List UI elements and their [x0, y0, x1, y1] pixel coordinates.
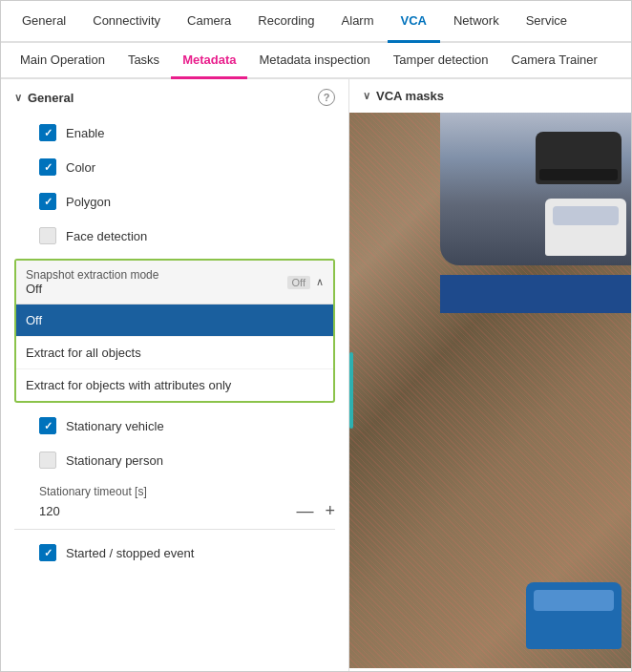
off-badge: Off [287, 276, 310, 289]
left-edge-indicator [349, 352, 353, 429]
started-stopped-checkbox[interactable] [39, 544, 56, 561]
subnav-camera-trainer[interactable]: Camera Trainer [500, 43, 609, 79]
stationary-vehicle-row[interactable]: Stationary vehicle [1, 409, 348, 443]
stationary-timeout-row: Stationary timeout [s] 120 — + [1, 477, 348, 523]
blue-car [526, 582, 621, 649]
nav-general[interactable]: General [9, 1, 79, 43]
nav-connectivity[interactable]: Connectivity [79, 1, 174, 43]
timeout-label: Stationary timeout [s] [39, 485, 335, 498]
dropdown-header-right: Off ∧ [287, 276, 324, 289]
subnav-metadata-inspection[interactable]: Metadata inspection [247, 43, 381, 79]
stationary-vehicle-checkbox[interactable] [39, 417, 56, 434]
timeout-buttons: — + [296, 502, 335, 519]
nav-recording[interactable]: Recording [244, 1, 327, 43]
camera-background [349, 113, 631, 668]
subnav-tamper-detection[interactable]: Tamper detection [382, 43, 500, 79]
enable-checkbox[interactable] [39, 124, 56, 141]
subnav-tasks[interactable]: Tasks [116, 43, 171, 79]
timeout-increment-button[interactable]: + [325, 502, 335, 519]
nav-camera[interactable]: Camera [174, 1, 244, 43]
sub-navigation: Main Operation Tasks Metadata Metadata i… [1, 43, 631, 79]
chevron-up-icon: ∧ [316, 276, 324, 288]
nav-alarm[interactable]: Alarm [328, 1, 388, 43]
vca-masks-title: VCA masks [376, 89, 444, 103]
enable-row[interactable]: Enable [1, 116, 348, 150]
vca-masks-chevron-icon: ∨ [363, 90, 370, 102]
nav-network[interactable]: Network [440, 1, 513, 43]
right-panel: ∨ VCA masks [349, 79, 631, 672]
dropdown-label: Snapshot extraction mode [26, 268, 158, 282]
snapshot-dropdown-section: Snapshot extraction mode Off Off ∧ Off E… [14, 259, 335, 403]
color-label: Color [66, 160, 95, 175]
blue-stripe [440, 275, 631, 313]
content-area: ∨ General ? Enable Color Polygon Face de… [1, 79, 631, 672]
subnav-main-operation[interactable]: Main Operation [9, 43, 116, 79]
color-row[interactable]: Color [1, 150, 348, 184]
polygon-checkbox[interactable] [39, 193, 56, 210]
face-detection-checkbox[interactable] [39, 227, 56, 244]
timeout-value: 120 [39, 504, 60, 518]
timeout-decrement-button[interactable]: — [296, 502, 313, 519]
started-stopped-row[interactable]: Started / stopped event [1, 536, 348, 570]
car-1 [536, 132, 621, 184]
polygon-label: Polygon [66, 195, 111, 209]
stationary-person-checkbox[interactable] [39, 452, 56, 469]
timeout-controls: 120 — + [39, 502, 335, 519]
started-stopped-label: Started / stopped event [66, 546, 194, 560]
divider [14, 529, 335, 530]
collapse-icon[interactable]: ∨ [14, 92, 22, 104]
parking-area [440, 113, 631, 265]
top-navigation: General Connectivity Camera Recording Al… [1, 1, 631, 43]
general-section-header: ∨ General ? [1, 79, 348, 116]
stationary-vehicle-label: Stationary vehicle [66, 419, 164, 433]
stationary-person-row[interactable]: Stationary person [1, 443, 348, 477]
nav-service[interactable]: Service [513, 1, 580, 43]
nav-vca[interactable]: VCA [388, 1, 440, 43]
face-detection-row[interactable]: Face detection [1, 219, 348, 253]
help-icon[interactable]: ? [318, 89, 335, 106]
dropdown-option-attributes-only[interactable]: Extract for objects with attributes only [16, 369, 333, 401]
dropdown-header-content: Snapshot extraction mode Off [26, 268, 158, 296]
section-title: General [28, 91, 74, 105]
stationary-person-label: Stationary person [66, 453, 163, 468]
right-panel-header: ∨ VCA masks [349, 79, 631, 113]
enable-label: Enable [66, 126, 104, 140]
subnav-metadata[interactable]: Metadata [171, 43, 247, 79]
camera-feed [349, 113, 631, 668]
section-header-left: ∨ General [14, 91, 74, 105]
dropdown-option-off[interactable]: Off [16, 304, 333, 337]
color-checkbox[interactable] [39, 158, 56, 176]
car-2 [545, 199, 626, 256]
dropdown-option-all-objects[interactable]: Extract for all objects [16, 337, 333, 369]
left-panel: ∨ General ? Enable Color Polygon Face de… [1, 79, 349, 672]
polygon-row[interactable]: Polygon [1, 184, 348, 219]
snapshot-dropdown-header[interactable]: Snapshot extraction mode Off Off ∧ [16, 261, 333, 304]
dropdown-current-value: Off [26, 282, 158, 296]
face-detection-label: Face detection [66, 229, 147, 243]
